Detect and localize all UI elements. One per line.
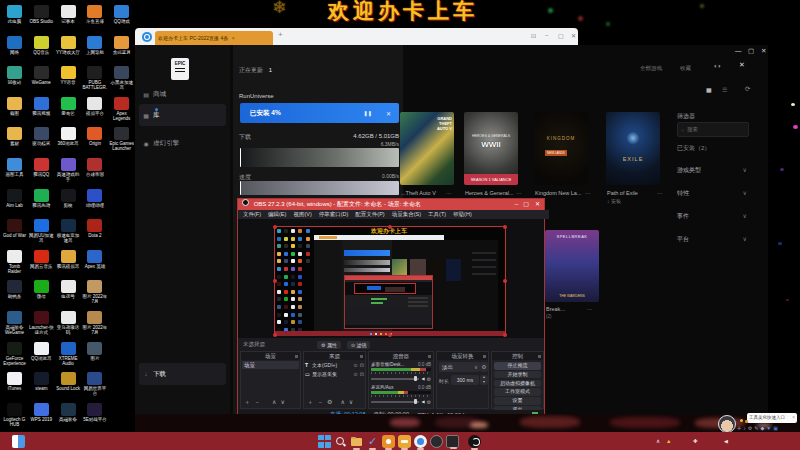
duration-stepper[interactable]: ▲▼ bbox=[480, 375, 488, 385]
desktop-icon[interactable]: 微信 bbox=[29, 280, 54, 304]
obs-menu-item[interactable]: 场景集合(S) bbox=[392, 211, 421, 218]
obs-menu-item[interactable]: 帮助(H) bbox=[453, 211, 472, 218]
desktop-icon[interactable]: 网易UU加速器 bbox=[29, 219, 54, 243]
installed-filter[interactable]: 已安装（2） bbox=[677, 144, 710, 153]
desktop-icon[interactable]: 图片 2022年7月 bbox=[82, 311, 107, 335]
desktop-icon[interactable]: 素材 bbox=[2, 127, 27, 151]
obs-titlebar[interactable]: OBS 27.2.3 (64-bit, windows) - 配置文件: 未命名… bbox=[238, 199, 544, 210]
game-tile-heroes-generals[interactable]: HEROES & GENERALS WWII SEASON 1 VALIANCE bbox=[464, 112, 518, 185]
obs-menu-item[interactable]: 停靠窗口(D) bbox=[319, 211, 349, 218]
eye-icon[interactable]: ⊙ bbox=[354, 371, 358, 377]
desktop-icon[interactable]: WPS 2019 bbox=[29, 403, 54, 427]
channel-gear-icon[interactable]: ⚙ bbox=[427, 399, 431, 405]
slider-knob[interactable] bbox=[414, 399, 417, 404]
desktop-icon[interactable]: 剪映 bbox=[56, 189, 81, 213]
game-tile-spellbreak[interactable]: SPELLBREAK THE WARDENS bbox=[545, 230, 599, 302]
volume-slider-row[interactable]: ◀⚙ bbox=[371, 376, 431, 382]
obs-menu-item[interactable]: 文件(F) bbox=[243, 211, 261, 218]
file-explorer-icon[interactable] bbox=[350, 435, 363, 448]
duration-input[interactable]: 300 ms bbox=[451, 375, 479, 385]
install-link[interactable]: ↓ 安装 bbox=[607, 198, 621, 204]
grid-view-icon[interactable]: ▦ bbox=[706, 86, 712, 93]
game-tile-label[interactable]: Break... bbox=[546, 306, 565, 312]
speaker-icon[interactable]: ◀ bbox=[421, 399, 424, 404]
epic-close-button[interactable]: ✕ bbox=[761, 47, 766, 55]
desktop-icon[interactable]: 360浏览器 bbox=[56, 127, 81, 151]
refresh-icon[interactable]: ⟳ bbox=[745, 85, 750, 93]
desktop-icon[interactable]: QQ游戏 bbox=[109, 5, 134, 29]
desktop-icon[interactable]: QQ音乐 bbox=[29, 36, 54, 60]
desktop-icon[interactable]: God of War bbox=[2, 219, 27, 243]
list-view-icon[interactable]: ☰ bbox=[722, 86, 727, 93]
game-tile-label[interactable]: ...Theft Auto V bbox=[401, 190, 436, 196]
epic-maximize-button[interactable]: ▢ bbox=[748, 47, 754, 55]
widget-music-icon[interactable]: ♪ bbox=[743, 425, 746, 431]
sidebar-item-downloads[interactable]: ↓ 下载 bbox=[139, 363, 226, 385]
tile-menu-icon[interactable]: ⋯ bbox=[587, 306, 593, 312]
browser-maximize-button[interactable]: ▢ bbox=[558, 32, 564, 39]
desktop-icon[interactable]: 腾讯先游 bbox=[29, 189, 54, 213]
obs-menu-item[interactable]: 编辑(E) bbox=[268, 211, 286, 218]
desktop-icon[interactable]: 图片 2022年7月 bbox=[82, 280, 107, 304]
desktop-icon[interactable]: 画图工具 bbox=[2, 158, 27, 182]
widget-diamond-icon[interactable]: ◆ bbox=[760, 425, 764, 431]
widget-shield-icon[interactable]: ▼ bbox=[766, 425, 771, 431]
desktop-icon[interactable]: 贪玩蓝月 bbox=[109, 36, 134, 60]
desktop-icon[interactable]: 模拟平台 bbox=[82, 97, 107, 121]
game-tile-path-of-exile[interactable]: EXILE bbox=[606, 112, 660, 185]
channel-gear-icon[interactable]: ⚙ bbox=[427, 376, 431, 382]
desktop-icon[interactable]: 记事本 bbox=[56, 5, 81, 29]
game-tile-label[interactable]: Heroes & General... bbox=[465, 190, 514, 196]
game-tile-label[interactable]: Kingdom New La... bbox=[535, 190, 581, 196]
source-filters-button[interactable]: ⊙ 滤镜 bbox=[347, 341, 371, 349]
desktop-icon[interactable]: 腾讯模拟器 bbox=[56, 250, 81, 274]
desktop-icon[interactable]: 哔哩哔哩 bbox=[82, 189, 107, 213]
desktop-icon[interactable]: Origin bbox=[82, 127, 107, 151]
tile-menu-icon[interactable]: ⋯ bbox=[446, 190, 452, 196]
desktop-icon[interactable]: 电话号 bbox=[56, 280, 81, 304]
desktop-icon[interactable]: GeForce Experience bbox=[2, 342, 27, 366]
tray-warning-icon[interactable]: ▲ bbox=[666, 438, 671, 444]
desktop-icon[interactable]: 上网导航 bbox=[82, 36, 107, 60]
install-progress-bar[interactable]: 已安装 4% ❚❚ ✕ bbox=[240, 103, 399, 123]
steam-icon[interactable] bbox=[430, 435, 443, 448]
browser-circle-icon[interactable] bbox=[414, 435, 427, 448]
sources-dock-title[interactable]: 来源 bbox=[304, 352, 365, 360]
desktop-icon[interactable]: Apex Legends bbox=[109, 97, 134, 121]
browser-extra-icon[interactable]: ⊡ bbox=[531, 32, 536, 39]
source-properties-button[interactable]: ⚙ 属性 bbox=[317, 341, 341, 349]
control-button-0[interactable]: 停止推流 bbox=[494, 362, 541, 370]
desktop-icon[interactable]: iTunes bbox=[2, 372, 27, 396]
desktop-icon[interactable]: 台球帝国 bbox=[82, 158, 107, 182]
control-button-4[interactable]: 设置 bbox=[494, 397, 541, 405]
scene-list-item[interactable]: 场景 bbox=[242, 361, 299, 369]
sources-toolbar[interactable]: ＋－⚙∧∨ bbox=[307, 398, 353, 407]
controls-dock-title[interactable]: 控制 bbox=[492, 352, 543, 360]
mixer-dock-title[interactable]: 混音器 bbox=[369, 352, 433, 360]
desktop-icon[interactable]: 回收站 bbox=[2, 66, 27, 90]
taskbar-search-icon[interactable] bbox=[334, 435, 347, 448]
qq-game-icon[interactable] bbox=[382, 435, 395, 448]
tray-plus-icon[interactable]: ✚ bbox=[693, 438, 698, 444]
widgets-icon[interactable] bbox=[12, 435, 25, 448]
widget-pen-icon[interactable]: ✎ bbox=[754, 425, 758, 431]
tile-menu-icon[interactable]: ⋯ bbox=[585, 190, 591, 196]
control-button-2[interactable]: 启动虚拟摄像机 bbox=[494, 380, 541, 388]
widget-app-icon[interactable]: ▣ bbox=[773, 425, 778, 431]
desktop-icon[interactable]: 高端装备 bbox=[56, 403, 81, 427]
sidebar-item-library[interactable]: ▦ 库 bbox=[139, 104, 226, 126]
desktop-icon[interactable]: 高端装备WeGame bbox=[2, 311, 27, 335]
filter-group-3[interactable]: 平台∨ bbox=[677, 235, 747, 245]
transition-select[interactable]: 淡出∨ bbox=[439, 362, 480, 372]
source-row[interactable]: ▭显示器采集⊙⊡ bbox=[305, 370, 364, 378]
pause-download-button[interactable]: ❚❚ bbox=[364, 110, 372, 116]
obs-preview[interactable]: 欢迎办卡上车 bbox=[238, 219, 544, 338]
new-tab-button[interactable]: + bbox=[278, 30, 283, 39]
browser-window[interactable]: 欢迎办卡上车 PC-2022直播 4条 × + ⊡ – ▢ ✕ bbox=[135, 28, 578, 45]
desktop-icon[interactable]: 极速电竞加速器 bbox=[56, 219, 81, 243]
browser-logo-icon[interactable] bbox=[142, 32, 152, 42]
tile-menu-icon[interactable]: ⋯ bbox=[657, 190, 663, 196]
desktop-icon[interactable]: 亚马逊激活码 bbox=[56, 311, 81, 335]
desktop-icon[interactable]: Apex 英雄 bbox=[82, 250, 107, 274]
desktop-icon[interactable]: 腾讯QQ bbox=[29, 158, 54, 182]
